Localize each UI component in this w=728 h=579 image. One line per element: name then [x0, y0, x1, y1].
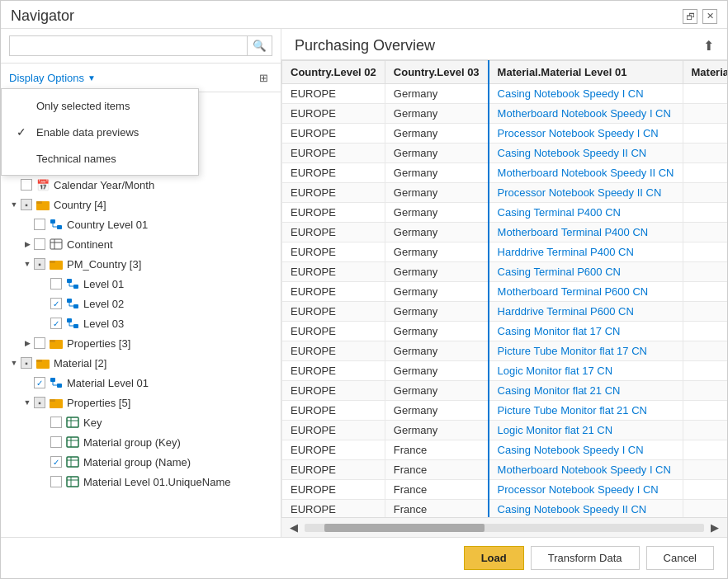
scroll-right-arrow[interactable]: ▶: [706, 520, 724, 535]
table-cell: Casing Terminal P400 CN: [489, 203, 683, 223]
tree-node: Material group (Key): [1, 432, 281, 452]
expand-btn: [37, 475, 50, 488]
export-icon[interactable]: ⬆: [703, 38, 714, 54]
table-row: EUROPEGermanyProcessor Notebook Speedy I…: [282, 183, 728, 203]
node-checkbox[interactable]: ▪: [21, 357, 32, 369]
node-checkbox[interactable]: ✓: [34, 377, 45, 388]
table-cell: Germany: [385, 421, 488, 440]
table-cell: Casing Notebook Speedy II CN: [489, 144, 683, 163]
search-button[interactable]: 🔍: [248, 35, 272, 56]
svg-rect-47: [67, 477, 78, 487]
tree-node: 📅 Calendar Year/Month: [1, 175, 281, 195]
node-checkbox[interactable]: [50, 417, 62, 428]
table-row: EUROPEGermanyProcessor Notebook Speedy I…: [282, 124, 728, 144]
expand-btn: [37, 416, 50, 429]
table-cell: Casing Notebook Speedy II CN: [489, 500, 683, 518]
dropdown-item-technical-names[interactable]: Technical names: [2, 145, 198, 172]
display-options-label[interactable]: Display Options: [9, 72, 84, 84]
table-row: EUROPEGermanyMotherboard Terminal P600 C…: [282, 282, 728, 302]
table-cell: Germany: [385, 381, 488, 401]
dropdown-item-enable-previews[interactable]: ✓ Enable data previews: [2, 119, 198, 145]
expand-btn[interactable]: ▼: [7, 198, 21, 211]
node-checkbox[interactable]: [50, 476, 62, 487]
search-bar: 🔍: [1, 29, 281, 64]
node-label: Material Level 01.UniqueName: [83, 476, 230, 488]
table-cell: Germany: [385, 401, 488, 421]
table-row: EUROPEGermanyMotherboard Notebook Speedy…: [282, 163, 728, 183]
table-row: EUROPEGermanyCasing Terminal P400 CN: [282, 203, 728, 223]
dropdown-item-only-selected[interactable]: Only selected items: [2, 92, 198, 119]
table-cell: EUROPE: [282, 124, 385, 144]
restore-button[interactable]: 🗗: [683, 9, 697, 24]
node-checkbox[interactable]: ✓: [50, 298, 62, 309]
table-cell: Processor Notebook Speedy I CN: [489, 480, 683, 500]
tree-node: ▶ Properties [3]: [1, 333, 281, 353]
expand-btn[interactable]: ▶: [21, 337, 34, 350]
table-row: EUROPEGermanyMotherboard Notebook Speedy…: [282, 104, 728, 124]
cancel-button[interactable]: Cancel: [646, 546, 714, 570]
svg-rect-11: [50, 261, 55, 263]
scroll-thumb[interactable]: [324, 524, 485, 532]
scroll-left-arrow[interactable]: ◀: [285, 520, 303, 535]
node-checkbox[interactable]: [34, 238, 45, 250]
expand-btn[interactable]: ▼: [7, 356, 21, 370]
close-button[interactable]: ✕: [702, 9, 717, 24]
node-label: Level 01: [83, 278, 124, 290]
table-cell: EUROPE: [282, 302, 385, 322]
table-cell: EUROPE: [282, 223, 385, 242]
table-cell: [683, 460, 727, 480]
view-icon-button[interactable]: ⊞: [254, 68, 272, 87]
transform-data-button[interactable]: Transform Data: [531, 546, 640, 570]
table-cell: Harddrive Terminal P600 CN: [489, 302, 683, 322]
data-table-wrapper[interactable]: Country.Level 02 Country.Level 03 Materi…: [281, 60, 727, 517]
table-cell: Casing Terminal P600 CN: [489, 262, 683, 282]
node-checkbox[interactable]: ▪: [34, 397, 45, 408]
expand-btn: [37, 455, 50, 468]
svg-rect-37: [50, 399, 55, 402]
node-checkbox[interactable]: [34, 337, 45, 349]
node-checkbox[interactable]: ▪: [21, 199, 32, 210]
node-checkbox[interactable]: ✓: [50, 318, 62, 329]
node-checkbox[interactable]: ▪: [34, 258, 45, 270]
expand-btn[interactable]: ▼: [21, 257, 34, 271]
table-icon: [65, 454, 80, 469]
table-cell: EUROPE: [282, 500, 385, 518]
table-cell: Germany: [385, 262, 488, 282]
col-header-country-level-03: Country.Level 03: [385, 61, 488, 84]
node-checkbox[interactable]: [50, 436, 62, 448]
tree-node: Level 01: [1, 274, 281, 294]
tree-node: Material Level 01.UniqueName: [1, 472, 281, 492]
table-icon: [49, 237, 64, 252]
node-checkbox[interactable]: ✓: [50, 456, 62, 468]
table-row: EUROPEGermanyCasing Notebook Speedy I CN: [282, 84, 728, 104]
table-cell: EUROPE: [282, 401, 385, 421]
node-label: Material Level 01: [67, 377, 149, 389]
table-cell: [683, 381, 727, 401]
node-checkbox[interactable]: [21, 179, 32, 191]
horizontal-scrollbar[interactable]: ◀ ▶: [281, 517, 727, 537]
node-label: Key: [83, 417, 102, 429]
dialog-title: Navigator: [11, 7, 74, 25]
hierarchy-icon: [65, 296, 80, 311]
col-header-material: Materia...: [683, 61, 727, 84]
titlebar-controls: 🗗 ✕: [683, 9, 717, 24]
table-cell: [683, 223, 727, 242]
table-row: EUROPEGermanyLogic Monitor flat 21 CN: [282, 421, 728, 440]
search-input[interactable]: [9, 35, 248, 56]
col-header-country-level-02: Country.Level 02: [282, 61, 385, 84]
expand-btn[interactable]: ▶: [21, 238, 34, 251]
tree-node: Country Level 01: [1, 214, 281, 234]
scroll-track[interactable]: [305, 524, 704, 532]
table-cell: Germany: [385, 203, 488, 223]
table-cell: [683, 104, 727, 124]
expand-btn: [21, 218, 34, 231]
node-checkbox[interactable]: [34, 219, 45, 230]
expand-btn[interactable]: ▼: [21, 396, 34, 409]
table-cell: [683, 183, 727, 203]
table-cell: France: [385, 460, 488, 480]
node-checkbox[interactable]: [50, 278, 62, 290]
tree-node: ✓ Level 03: [1, 313, 281, 333]
display-options-arrow[interactable]: ▼: [87, 73, 96, 82]
load-button[interactable]: Load: [464, 546, 524, 570]
table-cell: Motherboard Terminal P600 CN: [489, 282, 683, 302]
